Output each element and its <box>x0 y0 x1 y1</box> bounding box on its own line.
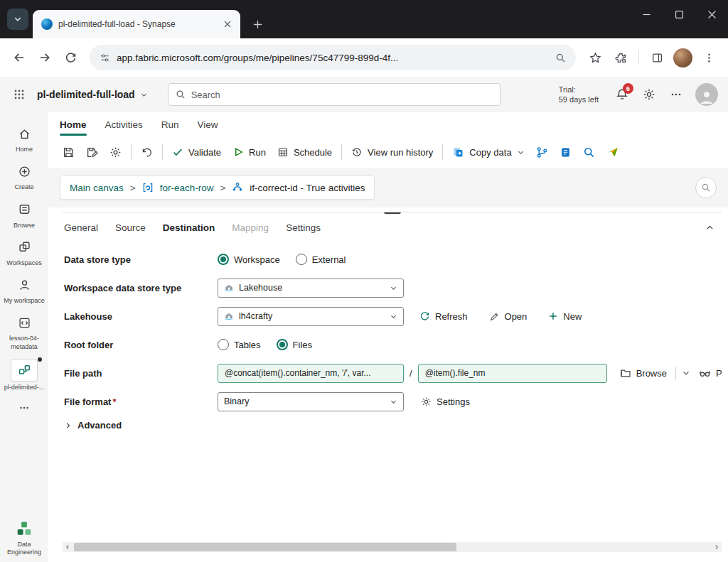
lakehouse-select[interactable]: lh4crafty <box>218 307 404 326</box>
extensions-button[interactable] <box>609 45 633 70</box>
sidebar-item-browse[interactable]: Browse <box>1 200 47 229</box>
minimize-button[interactable] <box>630 0 663 28</box>
browser-profile-avatar[interactable] <box>673 48 692 67</box>
browser-menu-button[interactable] <box>697 45 721 70</box>
fabric-header: pl-delimited-full-load Trial: 59 days le… <box>0 77 728 112</box>
header-more-button[interactable] <box>664 82 688 107</box>
notebook-icon <box>560 146 572 158</box>
run-button[interactable]: Run <box>227 141 272 163</box>
notebook-code-icon <box>12 313 36 333</box>
pipeline-icon <box>11 359 38 382</box>
format-settings-button[interactable]: Settings <box>415 391 476 411</box>
app-launcher-button[interactable] <box>7 82 31 107</box>
search-pipeline-button[interactable] <box>577 141 601 163</box>
refresh-button[interactable]: Refresh <box>414 306 473 326</box>
radio-workspace[interactable]: Workspace <box>218 254 280 265</box>
sidebar-item-my-workspace[interactable]: My workspace <box>1 275 47 305</box>
copy-data-button[interactable]: Copy data <box>446 141 530 163</box>
settings-button[interactable] <box>637 82 661 107</box>
breadcrumb-if-correct-id[interactable]: if-correct-id - True activities <box>250 183 365 193</box>
account-avatar[interactable] <box>695 83 718 106</box>
sidebar-item-workspaces[interactable]: Workspaces <box>1 237 47 267</box>
branch-button[interactable] <box>530 141 554 163</box>
chevron-right-icon <box>64 421 73 430</box>
side-panel-button[interactable] <box>645 45 669 70</box>
horizontal-scrollbar[interactable] <box>63 542 722 552</box>
sidebar-item-create[interactable]: Create <box>1 161 47 191</box>
git-branch-icon <box>536 146 548 158</box>
breadcrumb-for-each-row[interactable]: for-each-row <box>160 183 214 193</box>
file-format-select[interactable]: Binary <box>218 392 404 411</box>
file-name-expression-input[interactable] <box>418 364 607 383</box>
forward-button[interactable] <box>33 45 57 70</box>
folder-path-expression-input[interactable] <box>218 364 404 383</box>
site-info-icon[interactable] <box>100 53 110 63</box>
scroll-right-arrow[interactable] <box>712 542 722 552</box>
notebook-button[interactable] <box>554 141 577 163</box>
validate-button[interactable]: Validate <box>166 141 227 163</box>
tab-source[interactable]: Source <box>115 222 146 233</box>
undo-button[interactable] <box>135 141 159 163</box>
sidebar-item-data-engineering[interactable]: Data Engineering <box>1 519 47 562</box>
canvas-search-button[interactable] <box>695 177 717 198</box>
sidebar-item-pl-delimited[interactable]: pl-delimited-... <box>1 359 47 391</box>
path-separator: / <box>410 368 412 379</box>
back-button[interactable] <box>7 45 31 70</box>
sidebar-more-button[interactable] <box>18 402 30 414</box>
copilot-button[interactable] <box>601 141 625 163</box>
radio-tables[interactable]: Tables <box>218 339 261 350</box>
notification-badge: 6 <box>623 83 633 94</box>
tab-settings[interactable]: Settings <box>286 222 321 233</box>
tab-run[interactable]: Run <box>161 112 179 136</box>
radio-files[interactable]: Files <box>277 339 312 350</box>
notifications-button[interactable]: 6 <box>610 82 634 107</box>
pipeline-title-dropdown[interactable]: pl-delimited-full-load <box>37 89 148 100</box>
bookmark-star-button[interactable] <box>583 45 607 70</box>
browse-dropdown-button[interactable] <box>679 363 693 383</box>
pipeline-settings-button[interactable] <box>104 141 127 163</box>
gear-icon <box>109 146 122 158</box>
browser-window: pl-delimited-full-load - Synapse <box>0 0 728 562</box>
sidebar-item-home[interactable]: Home <box>1 124 47 153</box>
calendar-icon <box>277 146 289 158</box>
save-as-button[interactable] <box>80 141 104 163</box>
ellipsis-icon <box>18 402 30 414</box>
tab-home[interactable]: Home <box>60 112 87 136</box>
scrollbar-thumb[interactable] <box>74 543 456 551</box>
tab-activities[interactable]: Activities <box>105 112 143 136</box>
zoom-indicator-icon[interactable] <box>555 53 566 63</box>
address-bar[interactable]: app.fabric.microsoft.com/groups/me/pipel… <box>90 45 576 70</box>
search-input[interactable] <box>191 90 493 100</box>
destination-form: Data store type Workspace External <box>63 242 722 431</box>
new-button[interactable]: New <box>542 306 587 326</box>
schedule-button[interactable]: Schedule <box>272 141 338 163</box>
save-button[interactable] <box>57 141 80 163</box>
tab-search-button[interactable] <box>7 9 28 30</box>
scroll-left-arrow[interactable] <box>63 542 73 552</box>
sidebar-item-lesson-04-metadata[interactable]: lesson-04-metadata <box>1 313 47 351</box>
advanced-expander[interactable]: Advanced <box>64 420 722 431</box>
open-button[interactable]: Open <box>483 306 533 326</box>
preview-button[interactable]: Pre... <box>693 363 722 383</box>
tab-destination[interactable]: Destination <box>163 222 215 233</box>
global-search[interactable] <box>168 83 500 106</box>
tab-close-button[interactable] <box>220 17 235 31</box>
close-button[interactable] <box>695 0 728 28</box>
save-as-icon <box>86 146 98 158</box>
search-icon <box>583 146 595 158</box>
tab-general[interactable]: General <box>64 222 98 233</box>
refresh-button[interactable] <box>58 45 82 70</box>
panel-resize-handle[interactable] <box>384 212 401 214</box>
collapse-panel-button[interactable] <box>700 220 720 235</box>
new-tab-button[interactable] <box>247 14 267 34</box>
browse-button[interactable]: Browse <box>614 363 673 383</box>
browser-tab[interactable]: pl-delimited-full-load - Synapse <box>33 10 240 38</box>
radio-selected-icon <box>218 254 229 265</box>
radio-external[interactable]: External <box>296 254 346 265</box>
breadcrumb-main-canvas[interactable]: Main canvas <box>70 183 124 193</box>
view-run-history-button[interactable]: View run history <box>346 141 439 163</box>
tab-view[interactable]: View <box>198 112 218 136</box>
maximize-button[interactable] <box>663 0 695 28</box>
side-panel-icon <box>651 52 663 64</box>
workspace-store-type-select[interactable]: Lakehouse <box>218 279 404 298</box>
